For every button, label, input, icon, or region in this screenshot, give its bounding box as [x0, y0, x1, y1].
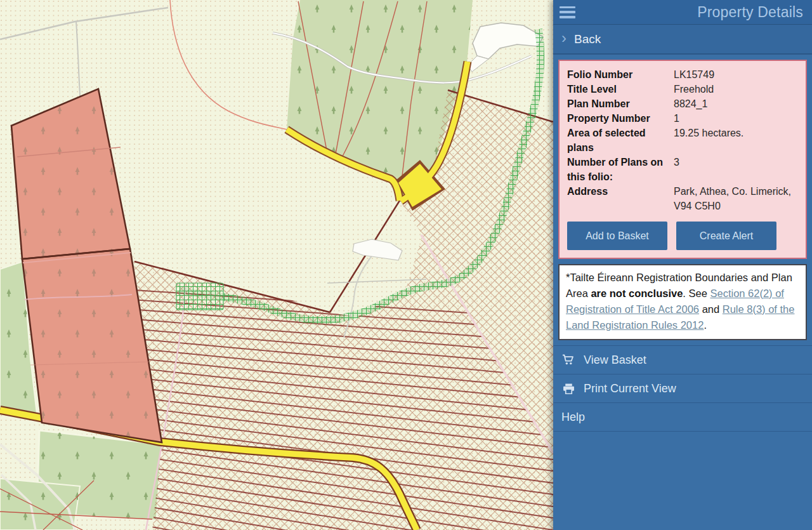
print-current-view-button[interactable]: Print Current View — [553, 374, 812, 402]
detail-row-folio-number: Folio Number LK15749 — [567, 67, 799, 82]
chevron-right-icon: › — [561, 30, 566, 46]
detail-row-plan-count: Number of Plans on this folio: 3 — [567, 155, 799, 184]
help-label: Help — [561, 411, 585, 424]
panel-menu: View Basket Print Current View Help — [553, 345, 812, 432]
menu-icon[interactable] — [560, 6, 575, 18]
card-buttons: Add to Basket Create Alert — [567, 222, 799, 250]
map-canvas[interactable] — [0, 0, 553, 530]
detail-row-plan-number: Plan Number 8824_1 — [567, 96, 799, 111]
printer-icon — [561, 382, 575, 395]
back-button[interactable]: › Back — [553, 25, 812, 55]
create-alert-button[interactable]: Create Alert — [676, 222, 776, 250]
panel-header: Property Details — [553, 0, 812, 25]
folio-details-card: Folio Number LK15749 Title Level Freehol… — [558, 60, 807, 259]
detail-row-address: Address Park, Athea, Co. Limerick, V94 C… — [567, 184, 799, 213]
land-registry-map-viewer: Property Details › Back Folio Number LK1… — [0, 0, 812, 530]
add-to-basket-button[interactable]: Add to Basket — [567, 222, 667, 250]
view-basket-button[interactable]: View Basket — [553, 345, 812, 374]
cart-icon — [561, 354, 575, 366]
page-title: Property Details — [697, 4, 803, 21]
help-button[interactable]: Help — [553, 402, 812, 432]
print-current-view-label: Print Current View — [584, 382, 676, 395]
disclaimer-bold: are not conclusive — [591, 288, 683, 299]
detail-row-title-level: Title Level Freehold — [567, 82, 799, 96]
view-basket-label: View Basket — [584, 354, 646, 367]
back-label: Back — [574, 32, 601, 46]
detail-row-area: Area of selected plans 19.25 hectares. — [567, 126, 799, 155]
boundaries-disclaimer: *Tailte Éireann Registration Boundaries … — [558, 264, 807, 340]
detail-row-property-number: Property Number 1 — [567, 111, 799, 126]
property-details-panel: Property Details › Back Folio Number LK1… — [553, 0, 812, 530]
